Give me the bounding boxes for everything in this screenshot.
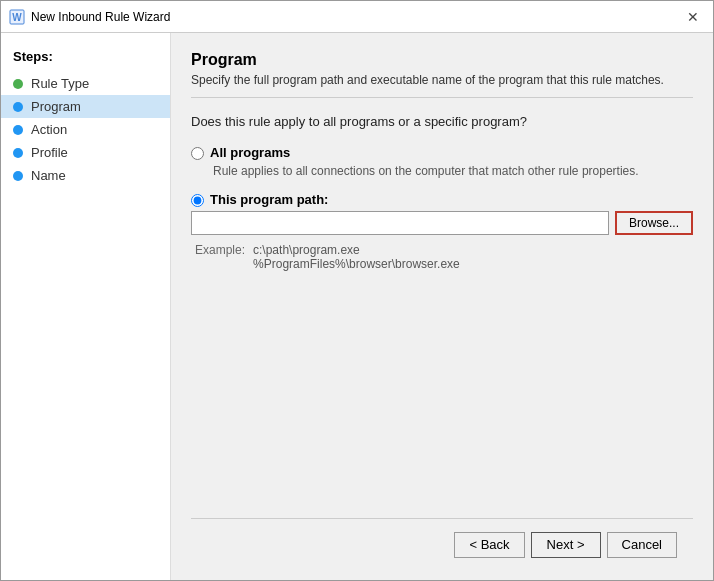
sidebar-item-action[interactable]: Action bbox=[1, 118, 170, 141]
question-text: Does this rule apply to all programs or … bbox=[191, 114, 693, 129]
sidebar-label-program: Program bbox=[31, 99, 81, 114]
program-path-input[interactable] bbox=[191, 211, 609, 235]
section-body: Does this rule apply to all programs or … bbox=[191, 114, 693, 518]
example-label: Example: bbox=[191, 243, 249, 271]
step-dot-profile bbox=[13, 148, 23, 158]
path-input-row: Browse... bbox=[191, 211, 693, 235]
all-programs-row: All programs bbox=[191, 145, 693, 160]
sidebar: Steps: Rule Type Program Action Profile … bbox=[1, 33, 171, 580]
this-program-radio[interactable] bbox=[191, 194, 204, 207]
all-programs-description: Rule applies to all connections on the c… bbox=[213, 164, 693, 178]
step-dot-name bbox=[13, 171, 23, 181]
this-program-label[interactable]: This program path: bbox=[210, 192, 328, 207]
cancel-button[interactable]: Cancel bbox=[607, 532, 677, 558]
sidebar-item-rule-type[interactable]: Rule Type bbox=[1, 72, 170, 95]
step-dot-action bbox=[13, 125, 23, 135]
sidebar-item-profile[interactable]: Profile bbox=[1, 141, 170, 164]
wizard-window: W New Inbound Rule Wizard ✕ Steps: Rule … bbox=[0, 0, 714, 581]
sidebar-label-name: Name bbox=[31, 168, 66, 183]
this-program-row: This program path: bbox=[191, 192, 693, 207]
example-text: Example: c:\path\program.exe %ProgramFil… bbox=[191, 243, 693, 271]
example-line1: c:\path\program.exe bbox=[253, 243, 360, 257]
title-bar: W New Inbound Rule Wizard ✕ bbox=[1, 1, 713, 33]
browse-button[interactable]: Browse... bbox=[615, 211, 693, 235]
main-panel: Program Specify the full program path an… bbox=[171, 33, 713, 580]
all-programs-label[interactable]: All programs bbox=[210, 145, 290, 160]
example-line2: %ProgramFiles%\browser\browser.exe bbox=[253, 257, 460, 271]
close-button[interactable]: ✕ bbox=[681, 5, 705, 29]
wizard-icon: W bbox=[9, 9, 25, 25]
step-dot-rule-type bbox=[13, 79, 23, 89]
panel-subtitle: Specify the full program path and execut… bbox=[191, 73, 693, 98]
sidebar-item-name[interactable]: Name bbox=[1, 164, 170, 187]
steps-label: Steps: bbox=[1, 45, 170, 72]
this-program-group: This program path: Browse... Example: c:… bbox=[191, 192, 693, 271]
next-button[interactable]: Next > bbox=[531, 532, 601, 558]
footer: < Back Next > Cancel bbox=[191, 518, 693, 570]
sidebar-label-action: Action bbox=[31, 122, 67, 137]
sidebar-label-rule-type: Rule Type bbox=[31, 76, 89, 91]
sidebar-item-program[interactable]: Program bbox=[1, 95, 170, 118]
back-button[interactable]: < Back bbox=[454, 532, 524, 558]
svg-text:W: W bbox=[12, 12, 22, 23]
sidebar-label-profile: Profile bbox=[31, 145, 68, 160]
panel-title: Program bbox=[191, 51, 693, 69]
example-paths: c:\path\program.exe %ProgramFiles%\brows… bbox=[249, 243, 464, 271]
all-programs-group: All programs Rule applies to all connect… bbox=[191, 145, 693, 178]
all-programs-radio[interactable] bbox=[191, 147, 204, 160]
content-area: Steps: Rule Type Program Action Profile … bbox=[1, 33, 713, 580]
window-title: New Inbound Rule Wizard bbox=[31, 10, 681, 24]
step-dot-program bbox=[13, 102, 23, 112]
